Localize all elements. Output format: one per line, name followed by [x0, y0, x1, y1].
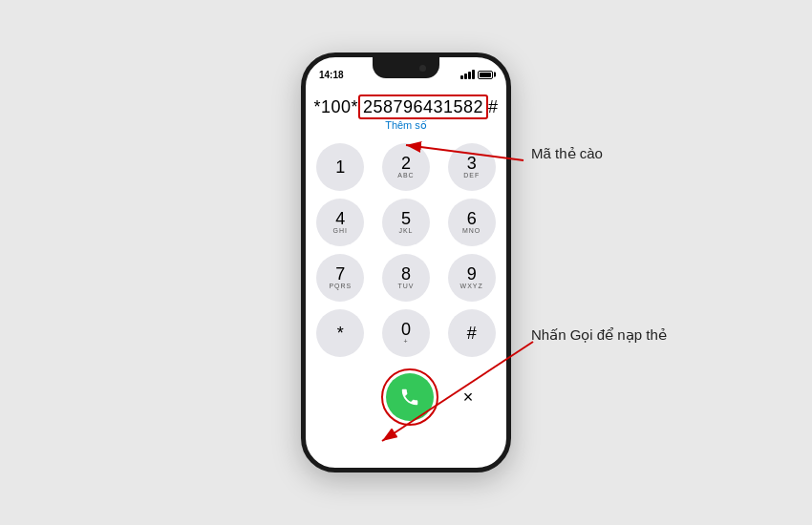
status-time: 14:18: [319, 70, 344, 80]
annotation-label-2: Nhấn Gọi để nạp thẻ: [531, 326, 667, 344]
call-row: ×: [306, 357, 506, 426]
delete-button[interactable]: ×: [456, 380, 481, 415]
key-btn-3[interactable]: 3DEF: [448, 143, 496, 191]
battery-icon: [478, 71, 493, 79]
key-btn-4[interactable]: 4GHI: [316, 199, 364, 246]
status-icons: [460, 70, 493, 79]
key-btn-9[interactable]: 9WXYZ: [448, 254, 496, 302]
camera-dot: [419, 65, 426, 72]
signal-bars-icon: [460, 70, 475, 79]
call-button-wrapper: [381, 368, 438, 426]
dial-code-highlighted: 258796431582: [358, 94, 488, 119]
dial-prefix: *100*: [313, 97, 358, 116]
key-btn-hash[interactable]: #: [448, 309, 496, 357]
phone-mockup: 14:18 *100*258796431582# Thêm số 12ABC3D…: [301, 52, 511, 472]
key-btn-0[interactable]: 0+: [382, 309, 430, 357]
annotation-label-1: Mã thẻ cào: [531, 145, 603, 162]
key-btn-2[interactable]: 2ABC: [382, 143, 430, 191]
phone-notch: [373, 57, 439, 78]
key-btn-6[interactable]: 6MNO: [448, 199, 496, 246]
call-button[interactable]: [386, 373, 434, 421]
key-btn-8[interactable]: 8TUV: [382, 254, 430, 302]
key-btn-5[interactable]: 5JKL: [382, 199, 430, 246]
dial-display: *100*258796431582#: [306, 88, 506, 119]
add-number-link[interactable]: Thêm số: [306, 119, 506, 132]
dial-number: *100*258796431582#: [306, 97, 506, 117]
phone-icon: [399, 387, 420, 408]
key-btn-1[interactable]: 1: [316, 143, 364, 191]
key-btn-star[interactable]: *: [316, 309, 364, 357]
dial-suffix: #: [488, 97, 499, 116]
key-btn-7[interactable]: 7PQRS: [316, 254, 364, 302]
keypad: 12ABC3DEF4GHI5JKL6MNO7PQRS8TUV9WXYZ*0+#: [306, 143, 506, 357]
